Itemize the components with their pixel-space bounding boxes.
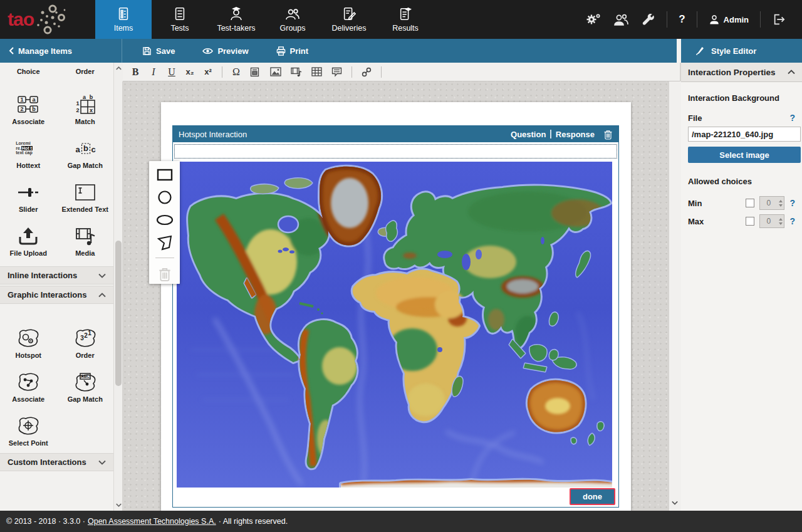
user-menu[interactable]: Admin	[709, 14, 749, 25]
min-value-spinner[interactable]: 0	[759, 196, 784, 210]
user-management-icon[interactable]	[613, 13, 629, 26]
style-editor-panel: Interaction Properties Interaction Backg…	[681, 63, 802, 511]
tao-logo-text: tao	[8, 9, 34, 30]
interaction-mode-tabs: Question Response	[511, 130, 595, 139]
done-button[interactable]: done	[570, 488, 615, 505]
insert-table-button[interactable]	[311, 67, 322, 76]
max-spinner-arrows[interactable]	[777, 215, 784, 227]
sidebar-item-associate[interactable]: 1a2b Associate	[0, 86, 57, 125]
delete-shape-button-disabled[interactable]	[152, 263, 177, 284]
image-icon	[270, 67, 281, 76]
scroll-down-arrow[interactable]	[115, 501, 122, 509]
sidebar-item-slider[interactable]: Slider	[0, 174, 57, 213]
sidebar-item-hottext[interactable]: Loremi re.Hot t text cap Hottext	[0, 130, 57, 169]
sidebar-item-match[interactable]: ab12x Match	[57, 86, 114, 125]
section-custom-interactions[interactable]: Custom Interactions	[0, 453, 113, 471]
preview-eye-icon	[202, 47, 213, 55]
logout-icon[interactable]	[772, 13, 786, 26]
polygon-tool-button[interactable]	[152, 232, 177, 253]
sidebar-item-order-label[interactable]: Order	[57, 68, 114, 75]
tao-logo-dots	[34, 4, 66, 35]
file-help-icon[interactable]: ?	[789, 113, 795, 123]
min-help-icon[interactable]: ?	[789, 198, 795, 208]
max-value-spinner[interactable]: 0	[759, 214, 784, 228]
scroll-up-arrow[interactable]	[115, 64, 122, 73]
response-tab[interactable]: Response	[556, 130, 595, 139]
subscript-button[interactable]: x₂	[185, 67, 194, 76]
sidebar-item-choice-label[interactable]: Choice	[0, 68, 57, 75]
tab-deliveries[interactable]: Deliveries	[321, 0, 377, 39]
prompt-editor-area[interactable]	[174, 144, 617, 159]
sidebar-item-graphic-associate[interactable]: Associate	[0, 364, 57, 403]
tab-tests[interactable]: Tests	[152, 0, 208, 39]
tao-logo[interactable]: tao	[0, 0, 95, 39]
tab-groups[interactable]: Groups	[264, 0, 321, 39]
tab-test-takers[interactable]: Test-takers	[208, 0, 264, 39]
content-scroll-strip[interactable]	[669, 81, 681, 511]
min-enable-checkbox[interactable]	[746, 199, 754, 207]
special-character-button[interactable]: Ω	[232, 66, 241, 78]
sidebar-item-file-upload[interactable]: File Upload	[0, 218, 57, 257]
top-navbar: tao Items Tests	[0, 0, 802, 39]
section-graphic-interactions[interactable]: Graphic Interactions	[0, 286, 113, 304]
tab-results[interactable]: Results	[377, 0, 434, 39]
sidebar-item-label: Match	[75, 118, 95, 125]
circle-tool-button[interactable]	[152, 187, 177, 208]
insert-image-button[interactable]	[270, 67, 281, 76]
delete-interaction-icon[interactable]	[603, 129, 613, 140]
sidebar-scrollbar-thumb[interactable]	[115, 241, 122, 386]
help-icon[interactable]: ?	[679, 13, 685, 26]
graphic-interactions-grid: Hotspot 321 Order Associate ABC Gap Matc…	[0, 320, 113, 447]
footer-company-link[interactable]: Open Assessment Technologies S.A.	[88, 517, 216, 526]
underline-button[interactable]: U	[167, 66, 176, 78]
print-button[interactable]: Print	[276, 46, 309, 56]
min-spinner-arrows[interactable]	[777, 197, 784, 209]
settings-gears-icon[interactable]	[585, 13, 602, 26]
gap-match-icon: abc	[74, 138, 96, 159]
empty-cell	[57, 408, 114, 447]
shape-tool-panel	[149, 161, 180, 284]
tab-items-label: Items	[114, 24, 133, 33]
sidebar-item-gap-match[interactable]: abc Gap Match	[57, 130, 114, 169]
tao-item-authoring-screen: tao Items Tests	[0, 0, 802, 532]
max-enable-checkbox[interactable]	[746, 217, 754, 226]
tab-items[interactable]: Items	[95, 0, 152, 39]
sidebar-item-extended-text[interactable]: Extended Text	[57, 174, 114, 213]
section-inline-interactions[interactable]: Inline Interactions	[0, 266, 113, 284]
sidebar-scrollbar[interactable]	[113, 63, 123, 511]
sidebar-item-graphic-order[interactable]: 321 Order	[57, 320, 114, 359]
bold-button[interactable]: B	[131, 66, 140, 78]
shared-stimulus-button[interactable]	[250, 67, 261, 77]
sidebar-item-label: Hottext	[16, 162, 40, 169]
sidebar-item-label: File Upload	[10, 249, 47, 257]
rectangle-tool-button[interactable]	[152, 165, 177, 185]
sidebar-item-label: Hotspot	[15, 352, 41, 359]
tooltip-button[interactable]	[331, 67, 342, 77]
sidebar-item-hotspot[interactable]: Hotspot	[0, 320, 57, 359]
footer-rights: · All rights reserved.	[219, 517, 288, 526]
sidebar-item-select-point[interactable]: Select Point	[0, 408, 57, 447]
svg-text:a: a	[83, 95, 86, 100]
panel-gap	[677, 39, 681, 63]
select-image-button[interactable]: Select image	[688, 147, 801, 163]
insert-media-button[interactable]	[291, 67, 302, 77]
preview-button[interactable]: Preview	[202, 46, 248, 56]
question-tab[interactable]: Question	[511, 130, 546, 139]
wrench-icon[interactable]	[640, 13, 655, 26]
sidebar-item-graphic-gap-match[interactable]: ABC Gap Match	[57, 364, 114, 403]
interaction-properties-header[interactable]: Interaction Properties	[681, 63, 802, 82]
scroll-down-arrow[interactable]	[671, 498, 679, 507]
background-file-input[interactable]	[688, 127, 801, 142]
sidebar-item-media[interactable]: Media	[57, 218, 114, 257]
save-button[interactable]: Save	[142, 46, 175, 56]
ellipse-tool-button[interactable]	[152, 210, 177, 231]
manage-items-back-button[interactable]: Manage Items	[0, 39, 122, 63]
svg-text:2: 2	[76, 107, 79, 113]
italic-button[interactable]: I	[149, 66, 158, 78]
hotspot-image-canvas[interactable]	[177, 162, 612, 488]
file-upload-icon	[17, 226, 39, 246]
insert-link-button[interactable]	[362, 67, 372, 77]
max-help-icon[interactable]: ?	[789, 216, 795, 226]
preview-label: Preview	[217, 46, 248, 56]
superscript-button[interactable]: x²	[204, 67, 212, 76]
